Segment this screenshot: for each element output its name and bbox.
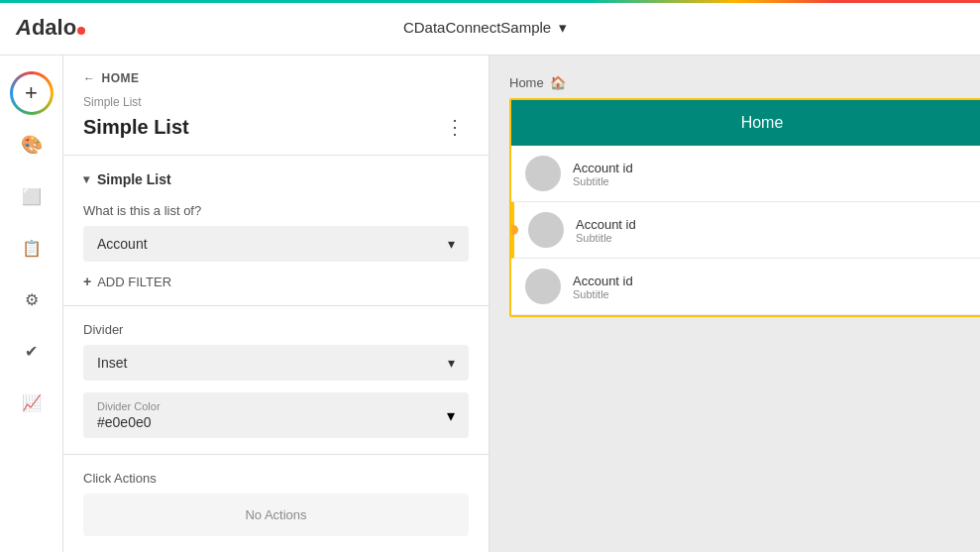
list-item[interactable]: Account id Subtitle [511, 146, 980, 202]
breadcrumb-home-label: Home [509, 75, 544, 90]
item-text: Account id Subtitle [573, 161, 980, 187]
avatar [525, 269, 561, 304]
list-item[interactable]: Account id Subtitle [511, 259, 980, 315]
section-label: Simple List [97, 171, 171, 187]
item-text: Account id Subtitle [573, 274, 980, 300]
icon-sidebar: + 🎨 ⬜ 📋 ⚙ ✔ 📈 [0, 55, 63, 552]
breadcrumb-bar: Home 🏠 [509, 75, 980, 90]
home-small-icon: 🏠 [550, 75, 566, 90]
click-actions-section: Click Actions No Actions [63, 455, 489, 552]
divider-chevron-icon: ▾ [448, 355, 455, 371]
screen-header: Home [511, 100, 980, 146]
item-title: Account id [576, 217, 980, 232]
list-items: Account id Subtitle Account id Subtitle [511, 146, 980, 315]
divider-section: Divider Inset ▾ Divider Color #e0e0e0 ▾ [63, 306, 489, 455]
item-title: Account id [573, 274, 980, 288]
item-subtitle: Subtitle [573, 175, 980, 187]
back-label: HOME [102, 71, 140, 85]
canvas-area: → Home 🏠 Home Account id Subtitle [490, 55, 980, 552]
data-button[interactable]: 📋 [10, 226, 54, 270]
topbar: Adalo CDataConnectSample ▾ [0, 0, 980, 55]
list-of-value: Account [97, 236, 148, 252]
simple-list-section: ▾ Simple List What is this a list of? Ac… [63, 156, 489, 306]
panel-title: Simple List [83, 116, 189, 139]
back-arrow-icon: ← [83, 71, 96, 85]
back-link[interactable]: ← HOME [83, 71, 469, 85]
divider-color-row: Divider Color #e0e0e0 ▾ [97, 400, 455, 430]
add-filter-label: ADD FILTER [97, 275, 171, 289]
device-preview: Home 🏠 Home Account id Subtitle [509, 75, 980, 317]
section-header[interactable]: ▾ Simple List [83, 171, 469, 187]
no-actions-label: No Actions [245, 507, 306, 522]
check-button[interactable]: ✔ [10, 329, 54, 373]
item-title: Account id [573, 161, 980, 175]
screen-frame: Home Account id Subtitle Acco [509, 98, 980, 317]
plus-icon: + [83, 274, 91, 289]
divider-color-label: Divider Color [97, 400, 161, 412]
selected-indicator [509, 225, 518, 235]
chevron-down-icon: ▾ [83, 172, 89, 186]
divider-color-field[interactable]: Divider Color #e0e0e0 ▾ [83, 392, 469, 438]
avatar [525, 156, 561, 191]
click-actions-label: Click Actions [83, 471, 469, 486]
panel-type: Simple List [83, 95, 469, 109]
divider-color-content: Divider Color #e0e0e0 [97, 400, 161, 430]
logo-text: Adalo [16, 15, 85, 41]
color-chevron-icon: ▾ [447, 406, 455, 425]
no-actions-box: No Actions [83, 494, 469, 536]
chart-button[interactable]: 📈 [10, 381, 54, 424]
panel-title-row: Simple List ⋮ [83, 111, 469, 143]
screen-title: Home [741, 114, 784, 131]
avatar [528, 212, 564, 248]
add-button[interactable]: + [10, 71, 54, 115]
what-label: What is this a list of? [83, 203, 469, 218]
item-text: Account id Subtitle [576, 217, 980, 244]
list-of-select[interactable]: Account ▾ [83, 226, 469, 262]
divider-select[interactable]: Inset ▾ [83, 345, 469, 381]
logo: Adalo [16, 15, 85, 41]
list-item[interactable]: Account id Subtitle [511, 202, 980, 259]
item-subtitle: Subtitle [573, 288, 980, 300]
palette-button[interactable]: 🎨 [10, 123, 54, 166]
add-filter-button[interactable]: + ADD FILTER [83, 274, 469, 289]
select-chevron-icon: ▾ [448, 236, 455, 252]
screen-button[interactable]: ⬜ [10, 174, 54, 218]
divider-color-value: #e0e0e0 [97, 414, 161, 430]
panel: ← HOME Simple List Simple List ⋮ ▾ Simpl… [63, 55, 490, 552]
divider-value: Inset [97, 355, 127, 371]
project-dropdown-icon: ▾ [559, 19, 567, 37]
project-name: CDataConnectSample [403, 19, 551, 36]
more-button[interactable]: ⋮ [441, 111, 469, 143]
main-layout: + 🎨 ⬜ 📋 ⚙ ✔ 📈 ← HOME Simple List Simple … [0, 55, 980, 552]
settings-button[interactable]: ⚙ [10, 277, 54, 321]
item-subtitle: Subtitle [576, 232, 980, 244]
project-selector[interactable]: CDataConnectSample ▾ [403, 19, 567, 37]
divider-label: Divider [83, 322, 469, 337]
panel-header: ← HOME Simple List Simple List ⋮ [63, 55, 489, 156]
